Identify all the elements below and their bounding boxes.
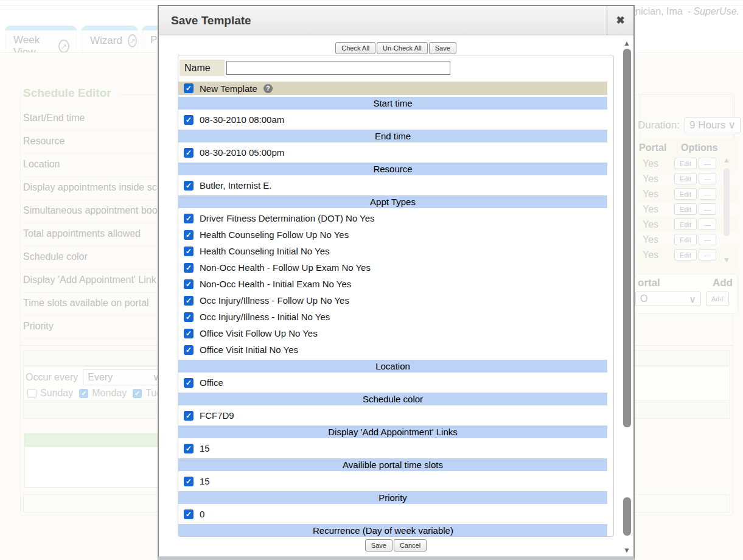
- item-label: Health Counseling Initial No Yes: [200, 246, 329, 256]
- template-item-row: ✓15: [178, 473, 613, 489]
- close-button[interactable]: ✖: [607, 6, 633, 35]
- help-icon[interactable]: ?: [263, 84, 273, 93]
- section-header: Appt Types: [178, 195, 607, 208]
- item-label: Driver Fitness Determination (DOT) No Ye…: [200, 213, 375, 223]
- section-header: Resource: [178, 163, 607, 175]
- dialog-scrollbar[interactable]: ▲ ▼: [621, 35, 632, 556]
- scrollbar-thumb[interactable]: [623, 49, 631, 427]
- item-label: 15: [200, 443, 210, 453]
- item-label: 08-30-2010 08:00am: [200, 114, 284, 125]
- item-checkbox[interactable]: ✓: [184, 477, 194, 486]
- template-item-row: ✓15: [178, 440, 613, 457]
- template-item-row: ✓Health Counseling Follow Up No Yes: [178, 226, 613, 243]
- dialog-toolbar: Check All Un-Check All Save: [178, 42, 614, 54]
- item-checkbox[interactable]: ✓: [184, 444, 194, 453]
- template-sections: Start time✓08-30-2010 08:00amEnd time✓08…: [178, 97, 613, 537]
- section-header: Schedule color: [178, 393, 607, 405]
- section-header: End time: [178, 130, 607, 142]
- section-header: Availible portal time slots: [178, 458, 607, 471]
- save-button-top[interactable]: Save: [429, 42, 456, 54]
- item-checkbox[interactable]: ✓: [184, 378, 194, 388]
- template-item-row: ✓Occ Injury/Illness - Initial No Yes: [178, 309, 613, 325]
- template-item-row: ✓Butler, Internist E.: [178, 177, 613, 194]
- item-checkbox[interactable]: ✓: [184, 214, 194, 223]
- section-header: Display 'Add Appointment' Links: [178, 425, 607, 438]
- dialog-title: Save Template: [159, 14, 607, 27]
- cancel-button[interactable]: Cancel: [394, 539, 427, 551]
- template-item-row: ✓0: [178, 506, 613, 522]
- template-item-row: ✓Office: [178, 374, 613, 391]
- template-item-row: ✓Health Counseling Initial No Yes: [178, 243, 613, 259]
- template-item-row: ✓08-30-2010 05:00pm: [178, 144, 613, 161]
- item-label: 0: [200, 509, 204, 519]
- dialog-titlebar: Save Template ✖: [159, 6, 633, 35]
- section-header: Recurrence (Day of week variable): [178, 524, 607, 537]
- scroll-down-icon[interactable]: ▼: [623, 546, 631, 555]
- scroll-up-icon[interactable]: ▲: [623, 39, 631, 47]
- item-checkbox[interactable]: ✓: [184, 115, 194, 125]
- save-button-bottom[interactable]: Save: [365, 539, 392, 551]
- section-header: Priority: [178, 491, 607, 504]
- item-checkbox[interactable]: ✓: [184, 411, 194, 421]
- uncheck-all-button[interactable]: Un-Check All: [377, 42, 428, 54]
- template-item-row: ✓Driver Fitness Determination (DOT) No Y…: [178, 210, 613, 226]
- item-label: Office: [200, 377, 223, 388]
- item-checkbox[interactable]: ✓: [184, 329, 194, 338]
- item-checkbox[interactable]: ✓: [184, 279, 194, 289]
- check-all-button[interactable]: Check All: [335, 42, 375, 54]
- item-label: Office Visit Follow Up No Yes: [200, 328, 318, 338]
- section-header: Start time: [178, 97, 607, 110]
- item-checkbox[interactable]: ✓: [184, 296, 194, 306]
- item-checkbox[interactable]: ✓: [184, 312, 194, 322]
- new-template-checkbox[interactable]: ✓: [184, 83, 194, 93]
- item-label: Occ Injury/Illness - Initial No Yes: [200, 312, 330, 322]
- item-label: Occ Injury/Illness - Follow Up No Yes: [200, 295, 349, 306]
- new-template-label: New Template: [200, 83, 257, 94]
- template-item-row: ✓Office Visit Follow Up No Yes: [178, 325, 613, 341]
- item-label: 08-30-2010 05:00pm: [200, 147, 284, 158]
- template-item-row: ✓Non-Occ Health - Initial Exam No Yes: [178, 276, 613, 292]
- dialog-footer: Save Cancel: [178, 539, 614, 551]
- item-label: Non-Occ Health - Initial Exam No Yes: [200, 279, 351, 289]
- section-header: Location: [178, 360, 607, 373]
- item-checkbox[interactable]: ✓: [184, 263, 194, 273]
- item-label: FCF7D9: [200, 410, 234, 421]
- template-item-row: ✓Office Visit Initial No Yes: [178, 341, 613, 358]
- save-template-dialog: Save Template ✖ Check All Un-Check All S…: [158, 5, 635, 560]
- item-checkbox[interactable]: ✓: [184, 148, 194, 158]
- name-label: Name: [180, 60, 225, 76]
- item-checkbox[interactable]: ✓: [184, 230, 194, 240]
- item-checkbox[interactable]: ✓: [184, 509, 194, 519]
- item-checkbox[interactable]: ✓: [184, 247, 194, 256]
- item-label: Butler, Internist E.: [200, 180, 271, 191]
- item-checkbox[interactable]: ✓: [184, 181, 194, 191]
- item-checkbox[interactable]: ✓: [184, 345, 194, 355]
- item-label: Office Visit Initial No Yes: [200, 345, 298, 355]
- close-icon: ✖: [616, 14, 624, 27]
- item-label: Non-Occ Health - Follow Up Exam No Yes: [200, 262, 371, 273]
- scrollbar-thumb-lower[interactable]: [623, 497, 631, 536]
- template-item-row: ✓Non-Occ Health - Follow Up Exam No Yes: [178, 259, 613, 276]
- new-template-row: ✓ New Template ?: [178, 82, 607, 95]
- template-name-input[interactable]: [226, 61, 450, 75]
- item-label: 15: [200, 476, 210, 486]
- item-label: Health Counseling Follow Up No Yes: [200, 229, 349, 240]
- template-options-box: Name ✓ New Template ? Start time✓08-30-2…: [178, 55, 614, 537]
- template-item-row: ✓FCF7D9: [178, 407, 613, 424]
- template-item-row: ✓08-30-2010 08:00am: [178, 111, 613, 128]
- template-item-row: ✓Occ Injury/Illness - Follow Up No Yes: [178, 292, 613, 309]
- dialog-body: Check All Un-Check All Save Name ✓ New T…: [159, 35, 633, 556]
